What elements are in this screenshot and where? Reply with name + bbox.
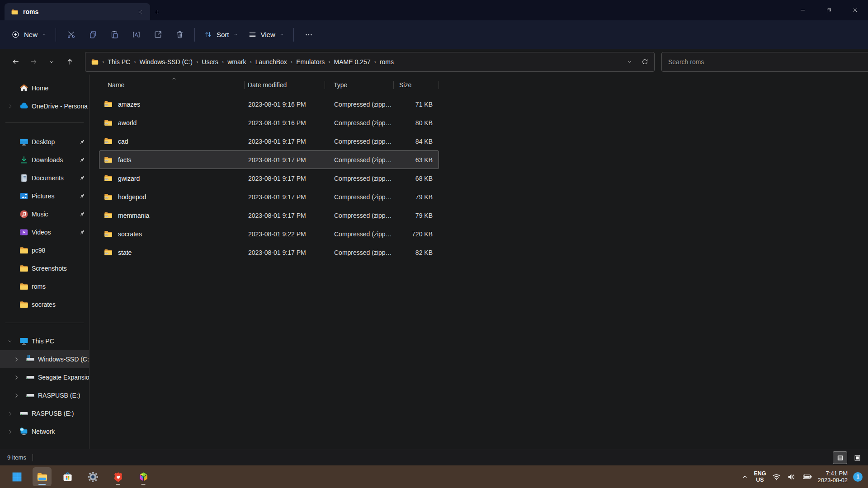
details-view-button[interactable] [833, 451, 847, 464]
minimize-button[interactable] [789, 0, 816, 20]
breadcrumb-mame[interactable]: MAME 0.257 [331, 55, 374, 69]
sidebar-item-home[interactable]: Home [0, 79, 89, 97]
sidebar-item-label: Desktop [32, 138, 55, 145]
new-tab-button[interactable] [149, 5, 165, 19]
sidebar-item-desktop[interactable]: Desktop [0, 133, 89, 151]
wifi-icon [772, 472, 781, 482]
language-indicator[interactable]: ENG US [754, 470, 766, 483]
breadcrumb-wmark[interactable]: wmark [224, 55, 249, 69]
share-button[interactable] [147, 25, 169, 44]
delete-button[interactable] [169, 25, 190, 44]
search-input[interactable] [667, 58, 868, 66]
tab-close-icon[interactable] [134, 6, 146, 18]
battery-indicator[interactable] [802, 471, 812, 482]
sidebar-item-raspusb[interactable]: RASPUSB (E:) [0, 404, 89, 422]
file-row-memmania[interactable]: memmania 2023-08-01 9:17 PM Compressed (… [99, 206, 439, 225]
tray-overflow-button[interactable] [741, 474, 748, 480]
paste-button[interactable] [104, 25, 125, 44]
sidebar-item-socrates[interactable]: socrates [0, 296, 89, 314]
task-settings[interactable] [83, 467, 102, 486]
see-more-button[interactable] [298, 25, 320, 44]
chevron-right-icon[interactable] [7, 411, 13, 417]
file-row-socrates[interactable]: socrates 2023-08-01 9:22 PM Compressed (… [99, 225, 439, 243]
large-icons-view-button[interactable] [850, 451, 864, 464]
breadcrumb-emulators[interactable]: Emulators [293, 55, 328, 69]
chevron-expanded-icon[interactable] [7, 338, 13, 344]
sidebar-item-seagate[interactable]: Seagate Expansio [0, 368, 89, 386]
up-button[interactable] [61, 53, 79, 70]
task-launchbox[interactable] [134, 467, 153, 486]
start-button[interactable] [7, 467, 26, 486]
file-row-state[interactable]: state 2023-08-01 9:17 PM Compressed (zip… [99, 243, 439, 262]
breadcrumb-users[interactable]: Users [198, 55, 222, 69]
sidebar-item-network[interactable]: Network [0, 422, 89, 441]
sidebar-item-videos[interactable]: Videos [0, 223, 89, 241]
back-button[interactable] [6, 53, 24, 70]
sort-button-label: Sort [217, 31, 229, 38]
copy-button[interactable] [82, 25, 104, 44]
paste-icon [110, 30, 119, 39]
file-row-gwizard[interactable]: gwizard 2023-08-01 9:17 PM Compressed (z… [99, 169, 439, 188]
chevron-right-icon[interactable] [14, 357, 19, 362]
sidebar-item-onedrive[interactable]: OneDrive - Persona [0, 97, 89, 115]
new-button[interactable]: New [6, 25, 52, 44]
column-header-name[interactable]: Name [99, 77, 245, 93]
refresh-button[interactable] [637, 55, 652, 69]
task-microsoft-store[interactable] [58, 467, 77, 486]
system-tray: ENG US 7:41 PM 2023-08-02 1 [741, 470, 868, 484]
file-row-amazes[interactable]: amazes 2023-08-01 9:16 PM Compressed (zi… [99, 95, 439, 113]
file-rows: amazes 2023-08-01 9:16 PM Compressed (zi… [99, 95, 868, 262]
column-header-date-modified[interactable]: Date modified [245, 77, 325, 93]
forward-button[interactable] [24, 53, 42, 70]
file-list-area: Name Date modified Type Size amazes 2023… [90, 75, 868, 449]
search-box[interactable] [661, 52, 868, 72]
cut-icon [66, 30, 76, 39]
sidebar-item-pictures[interactable]: Pictures [0, 187, 89, 205]
breadcrumb-windows-ssd[interactable]: Windows-SSD (C:) [136, 55, 195, 69]
items-count: 9 items [7, 454, 26, 461]
chevron-right-icon[interactable] [14, 393, 19, 399]
address-dropdown-button[interactable] [622, 55, 637, 69]
sidebar-item-raspusb-child[interactable]: RASPUSB (E:) [0, 386, 89, 404]
column-headers: Name Date modified Type Size [99, 77, 439, 93]
zipped-folder-icon [104, 99, 113, 109]
sidebar-item-pc98[interactable]: pc98 [0, 241, 89, 259]
wifi-indicator[interactable] [772, 472, 781, 482]
breadcrumb-this-pc[interactable]: This PC [104, 55, 133, 69]
folder-icon [91, 58, 99, 66]
sidebar-item-roms[interactable]: roms [0, 277, 89, 296]
volume-indicator[interactable] [787, 472, 796, 482]
restore-button[interactable] [816, 0, 842, 20]
file-row-hodgepod[interactable]: hodgepod 2023-08-01 9:17 PM Compressed (… [99, 188, 439, 206]
explorer-tab-roms[interactable]: roms [5, 3, 150, 20]
close-button[interactable] [842, 0, 868, 20]
sidebar-item-this-pc[interactable]: This PC [0, 332, 89, 350]
column-header-type[interactable]: Type [325, 77, 394, 93]
clock[interactable]: 7:41 PM 2023-08-02 [818, 470, 848, 484]
notification-badge[interactable]: 1 [853, 472, 863, 482]
recent-locations-button[interactable] [42, 53, 61, 70]
task-brave-browser[interactable] [108, 467, 127, 486]
breadcrumb-launchbox[interactable]: LaunchBox [252, 55, 290, 69]
chevron-right-icon[interactable] [7, 103, 13, 109]
file-row-aworld[interactable]: aworld 2023-08-01 9:16 PM Compressed (zi… [99, 113, 439, 132]
sidebar-item-downloads[interactable]: Downloads [0, 151, 89, 169]
breadcrumb-roms[interactable]: roms [377, 55, 397, 69]
view-button[interactable]: View [243, 25, 289, 44]
rename-button[interactable] [125, 25, 147, 44]
sidebar-item-documents[interactable]: Documents [0, 169, 89, 187]
task-file-explorer[interactable] [33, 467, 52, 486]
column-header-size[interactable]: Size [394, 77, 439, 93]
chevron-right-icon[interactable] [7, 429, 13, 435]
folder-icon [19, 282, 29, 291]
new-button-label: New [24, 31, 38, 38]
cut-button[interactable] [60, 25, 82, 44]
file-row-cad[interactable]: cad 2023-08-01 9:17 PM Compressed (zipp…… [99, 132, 439, 150]
sidebar-item-windows-ssd[interactable]: Windows-SSD (C:) [0, 350, 89, 368]
file-row-facts-selected[interactable]: facts 2023-08-01 9:17 PM Compressed (zip… [99, 150, 439, 169]
breadcrumb-bar[interactable]: › This PC › Windows-SSD (C:) › Users › w… [85, 52, 655, 72]
sidebar-item-music[interactable]: Music [0, 205, 89, 223]
sidebar-item-screenshots[interactable]: Screenshots [0, 259, 89, 277]
sort-button[interactable]: Sort [199, 25, 243, 44]
chevron-right-icon[interactable] [14, 375, 19, 380]
